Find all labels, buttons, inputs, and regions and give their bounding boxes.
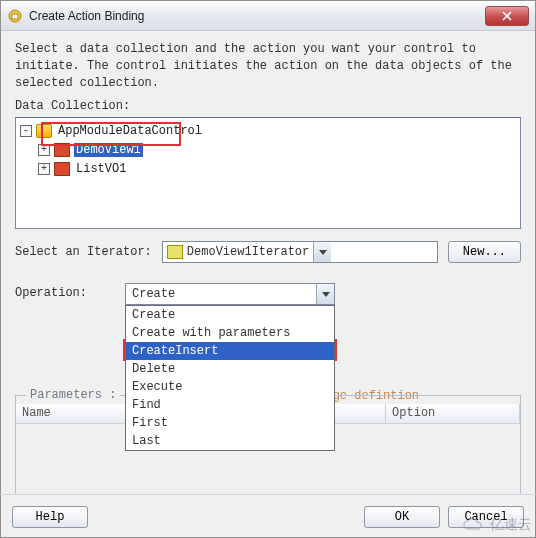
operation-selected-value: Create	[132, 287, 175, 301]
dialog-content: Select a data collection and the action …	[1, 31, 535, 505]
tree-node-label: DemoView1	[74, 143, 143, 157]
iterator-icon	[167, 245, 183, 259]
operation-row: Operation: Create Create Create with par…	[15, 283, 521, 305]
iterator-value: DemoView1Iterator	[187, 245, 309, 259]
data-collection-label: Data Collection:	[15, 99, 521, 113]
tree-node-demoview1[interactable]: + DemoView1	[20, 141, 516, 159]
operation-select[interactable]: Create Create Create with parameters Cre…	[125, 283, 335, 305]
watermark: 亿速云	[462, 516, 532, 534]
description-text: Select a data collection and the action …	[15, 41, 521, 91]
chevron-down-icon[interactable]	[313, 242, 331, 262]
operation-option[interactable]: Create	[126, 306, 334, 324]
data-collection-tree[interactable]: - AppModuleDataControl + DemoView1 + Lis…	[15, 117, 521, 229]
operation-option[interactable]: Last	[126, 432, 334, 450]
operation-option[interactable]: CreateInsert	[126, 342, 334, 360]
operation-option[interactable]: Find	[126, 396, 334, 414]
view-icon	[54, 162, 70, 176]
operation-option[interactable]: Execute	[126, 378, 334, 396]
tree-node-listvo1[interactable]: + ListVO1	[20, 160, 516, 178]
ok-button[interactable]: OK	[364, 506, 440, 528]
close-button[interactable]	[485, 6, 529, 26]
chevron-down-icon[interactable]	[316, 284, 334, 304]
expander-icon[interactable]: +	[38, 163, 50, 175]
operation-option[interactable]: Create with parameters	[126, 324, 334, 342]
parameters-label: Parameters :	[26, 388, 120, 402]
new-iterator-button[interactable]: New...	[448, 241, 521, 263]
iterator-row: Select an Iterator: DemoView1Iterator Ne…	[15, 241, 521, 263]
iterator-label: Select an Iterator:	[15, 245, 152, 259]
operation-option[interactable]: First	[126, 414, 334, 432]
dialog-title: Create Action Binding	[29, 9, 485, 23]
view-icon	[54, 143, 70, 157]
datasource-icon	[36, 124, 52, 138]
operation-dropdown-list[interactable]: Create Create with parameters CreateInse…	[125, 305, 335, 451]
expander-icon[interactable]: +	[38, 144, 50, 156]
operation-option[interactable]: Delete	[126, 360, 334, 378]
dialog-create-action-binding: Create Action Binding Select a data coll…	[0, 0, 536, 538]
tree-node-label: ListVO1	[74, 162, 128, 176]
help-button[interactable]: Help	[12, 506, 88, 528]
titlebar[interactable]: Create Action Binding	[1, 1, 535, 31]
app-icon	[7, 8, 23, 24]
watermark-text: 亿速云	[490, 516, 532, 534]
tree-node-label: AppModuleDataControl	[56, 124, 204, 138]
iterator-select[interactable]: DemoView1Iterator	[162, 241, 438, 263]
dialog-footer: Help OK Cancel	[0, 494, 536, 538]
svg-rect-1	[12, 14, 18, 19]
tree-node-root[interactable]: - AppModuleDataControl	[20, 122, 516, 140]
table-header-option[interactable]: Option	[386, 404, 520, 423]
operation-label: Operation:	[15, 283, 115, 300]
operation-select-head[interactable]: Create	[125, 283, 335, 305]
expander-icon[interactable]: -	[20, 125, 32, 137]
close-icon	[502, 11, 512, 21]
cloud-icon	[462, 517, 486, 533]
